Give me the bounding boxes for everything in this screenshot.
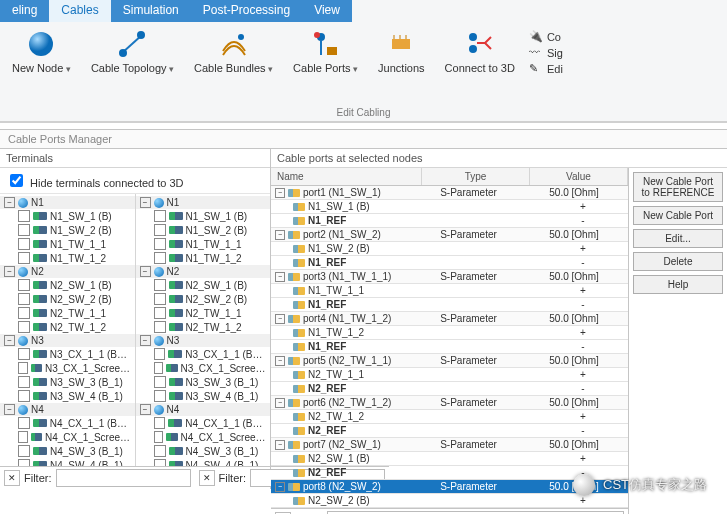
- terminal-checkbox[interactable]: [154, 348, 166, 360]
- mini-sig[interactable]: 〰Sig: [529, 46, 563, 60]
- tree-terminal[interactable]: N2_TW_1_2: [0, 320, 135, 334]
- tree-terminal[interactable]: N2_TW_1_2: [136, 320, 271, 334]
- port-child-row[interactable]: N2_SW_1 (B)+: [271, 452, 628, 466]
- port-child-row[interactable]: N1_TW_1_1+: [271, 284, 628, 298]
- new-cable-port-ref-button[interactable]: New Cable Port to REFERENCE: [633, 172, 723, 202]
- cable-ports-button[interactable]: Cable Ports: [287, 26, 364, 77]
- mini-con[interactable]: 🔌Co: [529, 30, 563, 44]
- junctions-button[interactable]: Junctions: [372, 26, 430, 76]
- tree-node[interactable]: −N4: [136, 403, 271, 416]
- tree-terminal[interactable]: N3_SW_3 (B_1): [136, 375, 271, 389]
- expand-icon[interactable]: −: [275, 188, 285, 198]
- terminal-checkbox[interactable]: [18, 431, 28, 443]
- col-name[interactable]: Name: [271, 168, 422, 185]
- tree-terminal[interactable]: N1_SW_2 (B): [136, 223, 271, 237]
- terminal-checkbox[interactable]: [154, 417, 166, 429]
- tree-node[interactable]: −N1: [0, 196, 135, 209]
- connect-3d-button[interactable]: Connect to 3D: [439, 26, 521, 76]
- edit-button[interactable]: Edit...: [633, 229, 723, 248]
- terminal-checkbox[interactable]: [18, 293, 30, 305]
- col-type[interactable]: Type: [422, 168, 530, 185]
- tree-terminal[interactable]: N1_TW_1_1: [136, 237, 271, 251]
- port-child-row[interactable]: N1_TW_1_2+: [271, 326, 628, 340]
- ribbon-tab-eling[interactable]: eling: [0, 0, 49, 22]
- ribbon-tab-simulation[interactable]: Simulation: [111, 0, 191, 22]
- ribbon-tab-post-processing[interactable]: Post-Processing: [191, 0, 302, 22]
- terminal-checkbox[interactable]: [18, 321, 30, 333]
- terminal-checkbox[interactable]: [18, 445, 30, 457]
- help-button[interactable]: Help: [633, 275, 723, 294]
- tree-terminal[interactable]: N2_TW_1_1: [136, 306, 271, 320]
- new-node-button[interactable]: New Node: [6, 26, 77, 77]
- tree-terminal[interactable]: N4_SW_3 (B_1): [0, 444, 135, 458]
- clear-filter-icon[interactable]: ✕: [4, 470, 20, 486]
- terminal-checkbox[interactable]: [154, 459, 166, 466]
- port-child-row[interactable]: N2_TW_1_1+: [271, 368, 628, 382]
- terminal-checkbox[interactable]: [154, 445, 166, 457]
- terminal-checkbox[interactable]: [18, 252, 30, 264]
- new-cable-port-button[interactable]: New Cable Port: [633, 206, 723, 225]
- expand-icon[interactable]: −: [275, 314, 285, 324]
- terminal-checkbox[interactable]: [154, 362, 164, 374]
- tree-terminal[interactable]: N3_SW_4 (B_1): [136, 389, 271, 403]
- ports-table-body[interactable]: −port1 (N1_SW_1)S-Parameter50.0 [Ohm]N1_…: [271, 186, 628, 508]
- terminal-checkbox[interactable]: [18, 224, 30, 236]
- tree-terminal[interactable]: N3_CX_1_Screen (B_1): [0, 361, 135, 375]
- collapse-icon[interactable]: −: [140, 404, 151, 415]
- tree-terminal[interactable]: N2_SW_2 (B): [136, 292, 271, 306]
- port-child-row[interactable]: N1_REF-: [271, 340, 628, 354]
- port-child-row[interactable]: N1_REF-: [271, 256, 628, 270]
- port-row[interactable]: −port2 (N1_SW_2)S-Parameter50.0 [Ohm]: [271, 228, 628, 242]
- port-child-row[interactable]: N1_REF-: [271, 214, 628, 228]
- terminal-checkbox[interactable]: [154, 224, 166, 236]
- tree-terminal[interactable]: N4_CX_1_Screen (B_1): [0, 430, 135, 444]
- collapse-icon[interactable]: −: [4, 266, 15, 277]
- port-child-row[interactable]: N2_REF-: [271, 424, 628, 438]
- clear-filter-icon[interactable]: ✕: [199, 470, 215, 486]
- terminal-checkbox[interactable]: [154, 238, 166, 250]
- port-child-row[interactable]: N2_SW_2 (B)+: [271, 494, 628, 508]
- terminal-checkbox[interactable]: [154, 307, 166, 319]
- tree-node[interactable]: −N3: [136, 334, 271, 347]
- terminal-checkbox[interactable]: [154, 252, 166, 264]
- collapse-icon[interactable]: −: [4, 335, 15, 346]
- terminal-checkbox[interactable]: [154, 321, 166, 333]
- tree-terminal[interactable]: N2_SW_1 (B): [136, 278, 271, 292]
- tree-terminal[interactable]: N1_SW_1 (B): [136, 209, 271, 223]
- tree-terminal[interactable]: N1_SW_2 (B): [0, 223, 135, 237]
- delete-button[interactable]: Delete: [633, 252, 723, 271]
- port-row[interactable]: −port3 (N1_TW_1_1)S-Parameter50.0 [Ohm]: [271, 270, 628, 284]
- ribbon-tab-view[interactable]: View: [302, 0, 352, 22]
- tree-terminal[interactable]: N1_TW_1_1: [0, 237, 135, 251]
- tree-terminal[interactable]: N3_CX_1_1 (B_1): [136, 347, 271, 361]
- tree-terminal[interactable]: N3_CX_1_1 (B_1): [0, 347, 135, 361]
- port-child-row[interactable]: N1_REF-: [271, 298, 628, 312]
- port-row[interactable]: −port6 (N2_TW_1_2)S-Parameter50.0 [Ohm]: [271, 396, 628, 410]
- port-row[interactable]: −port5 (N2_TW_1_1)S-Parameter50.0 [Ohm]: [271, 354, 628, 368]
- tree-terminal[interactable]: N4_SW_4 (B_1): [0, 458, 135, 466]
- collapse-icon[interactable]: −: [4, 404, 15, 415]
- tree-node[interactable]: −N4: [0, 403, 135, 416]
- terminal-checkbox[interactable]: [18, 417, 30, 429]
- tree-terminal[interactable]: N2_SW_1 (B): [0, 278, 135, 292]
- port-child-row[interactable]: N1_SW_1 (B)+: [271, 200, 628, 214]
- collapse-icon[interactable]: −: [140, 197, 151, 208]
- collapse-icon[interactable]: −: [140, 266, 151, 277]
- port-child-row[interactable]: N2_TW_1_2+: [271, 410, 628, 424]
- terminal-checkbox[interactable]: [18, 307, 30, 319]
- cable-bundles-button[interactable]: Cable Bundles: [188, 26, 279, 77]
- collapse-icon[interactable]: −: [140, 335, 151, 346]
- tree-terminal[interactable]: N4_CX_1_1 (B_1): [136, 416, 271, 430]
- port-row[interactable]: −port7 (N2_SW_1)S-Parameter50.0 [Ohm]: [271, 438, 628, 452]
- col-value[interactable]: Value: [530, 168, 628, 185]
- tree-terminal[interactable]: N2_SW_2 (B): [0, 292, 135, 306]
- hide-terminals-checkbox[interactable]: [10, 174, 23, 187]
- terminal-checkbox[interactable]: [18, 362, 28, 374]
- expand-icon[interactable]: −: [275, 230, 285, 240]
- tree-terminal[interactable]: N2_TW_1_1: [0, 306, 135, 320]
- terminal-checkbox[interactable]: [18, 238, 30, 250]
- terminal-checkbox[interactable]: [154, 376, 166, 388]
- collapse-icon[interactable]: −: [4, 197, 15, 208]
- expand-icon[interactable]: −: [275, 398, 285, 408]
- terminal-checkbox[interactable]: [154, 293, 166, 305]
